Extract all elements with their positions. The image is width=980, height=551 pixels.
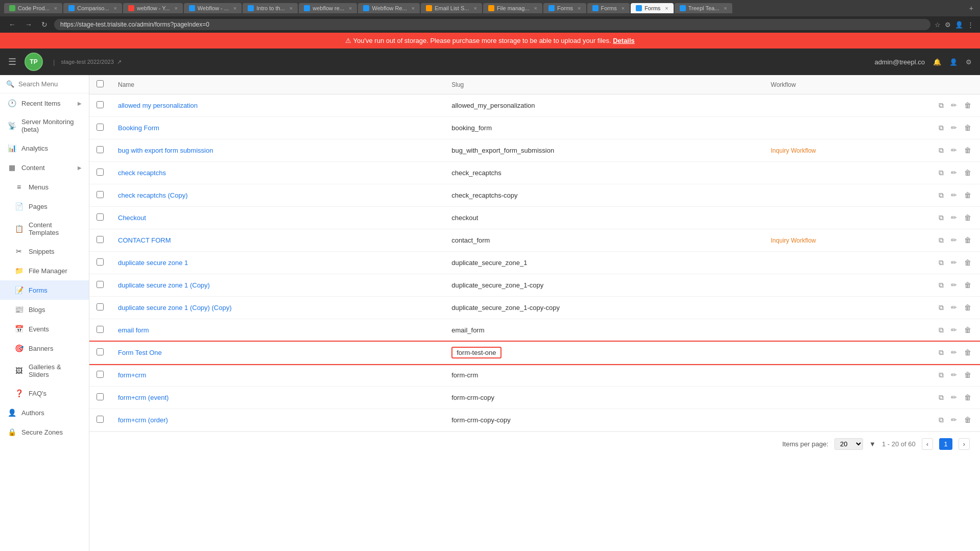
copy-icon[interactable]: ⧉ xyxy=(937,392,945,403)
row-checkbox[interactable] xyxy=(97,348,104,355)
delete-icon[interactable]: 🗑 xyxy=(963,347,973,358)
sidebar-item-galleries--sliders[interactable]: 🖼Galleries & Sliders xyxy=(0,358,89,384)
form-name-link[interactable]: Booking Form xyxy=(118,124,159,132)
items-per-page-select[interactable]: 20 50 100 xyxy=(834,438,863,450)
copy-icon[interactable]: ⧉ xyxy=(937,212,945,224)
row-checkbox[interactable] xyxy=(97,416,104,423)
copy-icon[interactable]: ⧉ xyxy=(937,189,945,201)
row-checkbox[interactable] xyxy=(97,124,104,131)
edit-icon[interactable]: ✏ xyxy=(949,234,959,246)
tab-close-icon[interactable]: × xyxy=(349,5,352,11)
reload-button[interactable]: ↻ xyxy=(39,19,50,30)
delete-icon[interactable]: 🗑 xyxy=(963,234,973,246)
row-checkbox[interactable] xyxy=(97,393,104,400)
form-name-link[interactable]: email form xyxy=(118,326,149,334)
hamburger-menu[interactable]: ☰ xyxy=(8,56,16,67)
bookmark-icon[interactable]: ☆ xyxy=(935,21,941,29)
row-checkbox[interactable] xyxy=(97,281,104,288)
browser-tab[interactable]: Code Prod...× xyxy=(4,3,62,13)
form-name-link[interactable]: duplicate secure zone 1 xyxy=(118,259,188,267)
form-name-link[interactable]: duplicate secure zone 1 (Copy) xyxy=(118,281,210,289)
edit-icon[interactable]: ✏ xyxy=(949,189,959,201)
copy-icon[interactable]: ⧉ xyxy=(937,347,945,358)
delete-icon[interactable]: 🗑 xyxy=(963,212,973,224)
row-checkbox[interactable] xyxy=(97,213,104,221)
delete-icon[interactable]: 🗑 xyxy=(963,324,973,336)
profile-settings-icon[interactable]: 👤 xyxy=(949,58,958,66)
row-checkbox[interactable] xyxy=(97,326,104,333)
row-checkbox[interactable] xyxy=(97,236,104,243)
form-name-link[interactable]: Form Test One xyxy=(118,349,162,356)
tab-close-icon[interactable]: × xyxy=(578,5,581,11)
form-name-link[interactable]: form+crm xyxy=(118,371,146,379)
copy-icon[interactable]: ⧉ xyxy=(937,257,945,269)
sidebar-item-banners[interactable]: 🎯Banners xyxy=(0,339,89,358)
delete-icon[interactable]: 🗑 xyxy=(963,257,973,269)
browser-tab[interactable]: Intro to th...× xyxy=(243,3,298,13)
copy-icon[interactable]: ⧉ xyxy=(937,279,945,291)
new-tab-button[interactable]: + xyxy=(967,3,976,13)
row-checkbox[interactable] xyxy=(97,191,104,198)
delete-icon[interactable]: 🗑 xyxy=(963,167,973,179)
delete-icon[interactable]: 🗑 xyxy=(963,302,973,314)
search-input[interactable] xyxy=(18,80,89,88)
next-page-button[interactable]: › xyxy=(959,438,970,450)
edit-icon[interactable]: ✏ xyxy=(949,100,959,111)
browser-tab[interactable]: webflow re...× xyxy=(299,3,357,13)
row-checkbox[interactable] xyxy=(97,258,104,266)
url-input[interactable] xyxy=(54,19,930,30)
sidebar-item-blogs[interactable]: 📰Blogs xyxy=(0,300,89,319)
tab-close-icon[interactable]: × xyxy=(290,5,293,11)
sidebar-item-file-manager[interactable]: 📁File Manager xyxy=(0,261,89,280)
edit-icon[interactable]: ✏ xyxy=(949,414,959,426)
copy-icon[interactable]: ⧉ xyxy=(937,369,945,381)
row-checkbox[interactable] xyxy=(97,101,104,108)
external-link-icon[interactable]: ↗ xyxy=(117,59,122,65)
tab-close-icon[interactable]: × xyxy=(534,5,537,11)
current-page-button[interactable]: 1 xyxy=(939,438,952,450)
row-checkbox[interactable] xyxy=(97,371,104,378)
copy-icon[interactable]: ⧉ xyxy=(937,167,945,179)
delete-icon[interactable]: 🗑 xyxy=(963,189,973,201)
sidebar-item-forms[interactable]: 📝Forms xyxy=(0,280,89,300)
form-name-link[interactable]: duplicate secure zone 1 (Copy) (Copy) xyxy=(118,304,232,312)
browser-tab[interactable]: Forms× xyxy=(587,3,630,13)
settings-icon[interactable]: ⚙ xyxy=(966,58,972,66)
storage-details-link[interactable]: Details xyxy=(613,37,635,44)
extensions-icon[interactable]: ⚙ xyxy=(945,21,951,29)
tab-close-icon[interactable]: × xyxy=(412,5,415,11)
copy-icon[interactable]: ⧉ xyxy=(937,122,945,134)
delete-icon[interactable]: 🗑 xyxy=(963,414,973,426)
edit-icon[interactable]: ✏ xyxy=(949,324,959,336)
copy-icon[interactable]: ⧉ xyxy=(937,234,945,246)
browser-tab[interactable]: Webflow - ...× xyxy=(184,3,242,13)
browser-tab[interactable]: webflow - Y...× xyxy=(123,3,183,13)
browser-tab[interactable]: Forms× xyxy=(543,3,586,13)
form-name-link[interactable]: form+crm (order) xyxy=(118,416,168,424)
delete-icon[interactable]: 🗑 xyxy=(963,100,973,111)
copy-icon[interactable]: ⧉ xyxy=(937,414,945,426)
form-name-link[interactable]: Checkout xyxy=(118,214,146,222)
delete-icon[interactable]: 🗑 xyxy=(963,122,973,134)
edit-icon[interactable]: ✏ xyxy=(949,302,959,314)
browser-tab[interactable]: Forms× xyxy=(631,3,674,13)
tab-close-icon[interactable]: × xyxy=(665,5,668,11)
tab-close-icon[interactable]: × xyxy=(114,5,117,11)
delete-icon[interactable]: 🗑 xyxy=(963,145,973,156)
sidebar-item-analytics[interactable]: 📊Analytics xyxy=(0,138,89,158)
row-checkbox[interactable] xyxy=(97,169,104,176)
sidebar-item-faqs[interactable]: ❓FAQ's xyxy=(0,384,89,403)
row-checkbox[interactable] xyxy=(97,146,104,153)
sidebar-item-content[interactable]: ▦Content▶ xyxy=(0,158,89,177)
copy-icon[interactable]: ⧉ xyxy=(937,145,945,156)
sidebar-item-authors[interactable]: 👤Authors xyxy=(0,403,89,422)
select-all-checkbox[interactable] xyxy=(97,80,104,87)
tab-close-icon[interactable]: × xyxy=(724,5,727,11)
browser-tab[interactable]: Compariso...× xyxy=(63,3,122,13)
sidebar-item-content-templates[interactable]: 📋Content Templates xyxy=(0,216,89,242)
sidebar-item-pages[interactable]: 📄Pages xyxy=(0,197,89,216)
tab-close-icon[interactable]: × xyxy=(54,5,57,11)
sidebar-item-server-monitoring-beta[interactable]: 📡Server Monitoring (beta) xyxy=(0,113,89,138)
edit-icon[interactable]: ✏ xyxy=(949,145,959,156)
delete-icon[interactable]: 🗑 xyxy=(963,392,973,403)
